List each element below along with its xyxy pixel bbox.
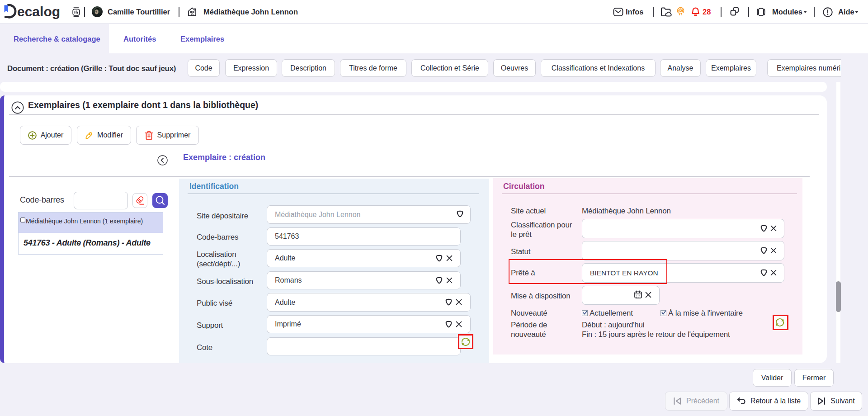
svg-text:ecalog: ecalog <box>17 4 60 19</box>
